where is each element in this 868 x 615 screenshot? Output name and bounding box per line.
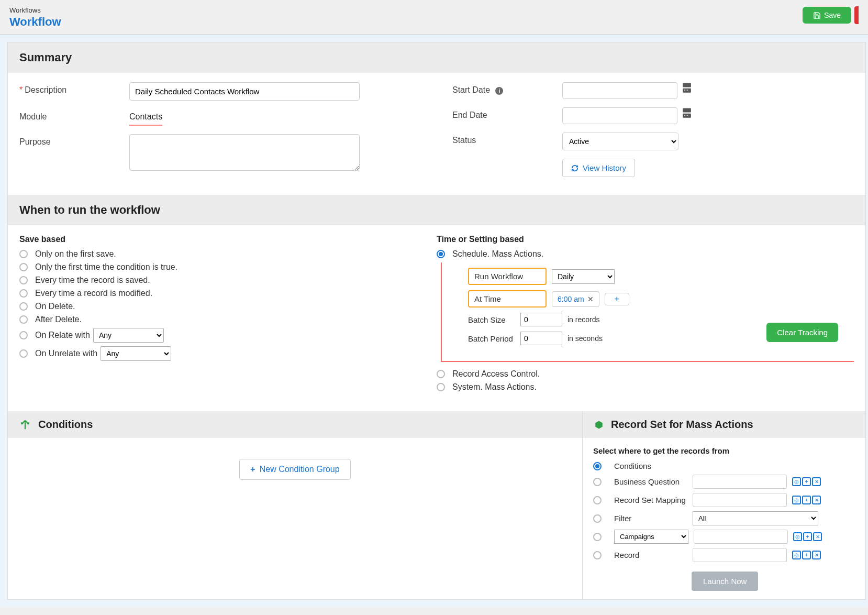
- time-chip[interactable]: 6:00 am ✕: [552, 291, 599, 307]
- svg-rect-4: [687, 90, 688, 91]
- time-chip-label: 6:00 am: [558, 295, 584, 303]
- opt-schedule: Schedule. Mass Actions.: [452, 249, 543, 259]
- radio-every-save[interactable]: [19, 276, 28, 284]
- module-link[interactable]: Contacts: [129, 109, 162, 126]
- rs-radio-mapping[interactable]: [593, 496, 602, 504]
- refresh-icon: [571, 164, 578, 172]
- target-icon[interactable]: ◎: [792, 496, 801, 504]
- calendar-icon[interactable]: [682, 82, 692, 94]
- radio-after-delete[interactable]: [19, 315, 28, 324]
- new-condition-group-button[interactable]: + New Condition Group: [239, 459, 350, 480]
- clear-icon[interactable]: ✕: [813, 532, 822, 541]
- opt-on-unrelate: On Unrelate with: [35, 349, 97, 358]
- batch-period-unit: in seconds: [567, 334, 603, 343]
- add-time-button[interactable]: +: [605, 293, 629, 305]
- opt-on-delete: On Delete.: [35, 302, 75, 311]
- svg-rect-6: [683, 114, 691, 118]
- radio-on-delete[interactable]: [19, 302, 28, 311]
- target-icon[interactable]: ◎: [792, 551, 801, 559]
- batch-size-input[interactable]: [520, 313, 562, 326]
- conditions-icon: [19, 419, 31, 431]
- status-label: Status: [452, 133, 562, 145]
- radio-on-unrelate[interactable]: [19, 349, 28, 358]
- add-icon[interactable]: +: [803, 532, 812, 541]
- page-title: Workflow: [9, 15, 61, 29]
- view-history-button[interactable]: View History: [562, 159, 635, 177]
- rs-radio-campaigns[interactable]: [593, 533, 602, 541]
- start-date-label: Start Date: [452, 85, 490, 94]
- target-icon[interactable]: ◎: [793, 532, 802, 541]
- plus-icon: +: [250, 465, 255, 474]
- summary-heading: Summary: [8, 42, 865, 73]
- calendar-icon[interactable]: [682, 107, 692, 119]
- clear-icon[interactable]: ✕: [812, 496, 821, 504]
- time-based-heading: Time or Setting based: [437, 235, 854, 244]
- on-unrelate-select[interactable]: Any: [101, 346, 171, 361]
- radio-system[interactable]: [437, 383, 445, 391]
- radio-on-relate[interactable]: [19, 331, 28, 339]
- recordset-heading: Record Set for Mass Actions: [611, 419, 753, 431]
- end-date-input[interactable]: [562, 107, 677, 124]
- radio-rac[interactable]: [437, 370, 445, 378]
- purpose-textarea[interactable]: [129, 134, 360, 171]
- svg-rect-9: [687, 115, 688, 116]
- radio-schedule[interactable]: [437, 250, 445, 258]
- svg-marker-10: [595, 421, 603, 429]
- schedule-highlight-zone: Run Workflow Daily At Time 6:00 am ✕ + B…: [441, 262, 854, 362]
- info-icon[interactable]: i: [495, 87, 503, 95]
- rs-radio-conditions[interactable]: [593, 462, 602, 470]
- rs-mapping-input[interactable]: [693, 493, 787, 507]
- end-date-label: End Date: [452, 107, 562, 120]
- run-heading: When to run the workflow: [8, 195, 865, 225]
- new-condition-group-label: New Condition Group: [260, 465, 340, 474]
- description-input[interactable]: [129, 82, 360, 101]
- rs-record-input[interactable]: [693, 548, 787, 562]
- radio-first-cond[interactable]: [19, 263, 28, 271]
- recordset-subheading: Select where to get the records from: [593, 446, 855, 455]
- module-label: Module: [19, 109, 129, 122]
- rs-bq-input[interactable]: [693, 475, 787, 489]
- svg-rect-0: [683, 83, 691, 87]
- rs-radio-record[interactable]: [593, 551, 602, 559]
- opt-after-delete: After Delete.: [35, 315, 82, 324]
- add-icon[interactable]: +: [802, 551, 811, 559]
- radio-every-modify[interactable]: [19, 289, 28, 298]
- rs-radio-filter[interactable]: [593, 514, 602, 523]
- rs-filter-select[interactable]: All: [693, 511, 818, 525]
- clear-icon[interactable]: ✕: [812, 477, 821, 486]
- required-star: *: [19, 85, 23, 94]
- recordset-icon: [594, 420, 604, 430]
- launch-now-button[interactable]: Launch Now: [692, 572, 758, 591]
- save-button[interactable]: Save: [803, 7, 851, 24]
- svg-rect-5: [683, 108, 691, 113]
- opt-on-relate: On Relate with: [35, 331, 90, 340]
- clear-tracking-button[interactable]: Clear Tracking: [766, 323, 838, 342]
- opt-every-save: Every time the record is saved.: [35, 276, 150, 285]
- breadcrumb[interactable]: Workflows: [9, 6, 61, 14]
- rs-record-label: Record: [614, 551, 687, 559]
- radio-first-save[interactable]: [19, 250, 28, 258]
- start-date-input[interactable]: [562, 82, 677, 99]
- conditions-heading: Conditions: [38, 419, 93, 431]
- save-button-label: Save: [824, 11, 841, 19]
- rs-radio-bq[interactable]: [593, 478, 602, 486]
- batch-period-input[interactable]: [520, 332, 562, 345]
- rs-campaigns-input[interactable]: [694, 530, 788, 544]
- rs-campaigns-select[interactable]: Campaigns: [614, 530, 688, 544]
- purpose-label: Purpose: [19, 134, 129, 147]
- frequency-select[interactable]: Daily: [552, 269, 615, 284]
- status-select[interactable]: Active: [562, 133, 678, 150]
- close-icon[interactable]: ✕: [587, 295, 594, 303]
- red-button-partial[interactable]: [854, 6, 859, 24]
- on-relate-select[interactable]: Any: [93, 328, 164, 343]
- opt-every-modify: Every time a record is modified.: [35, 289, 152, 298]
- add-icon[interactable]: +: [802, 496, 811, 504]
- add-icon[interactable]: +: [802, 477, 811, 486]
- rs-filter-label: Filter: [614, 514, 687, 523]
- svg-rect-8: [686, 115, 687, 116]
- batch-size-unit: in records: [567, 315, 599, 324]
- target-icon[interactable]: ◎: [792, 477, 801, 486]
- opt-first-cond: Only the first time the condition is tru…: [35, 262, 177, 272]
- opt-rac: Record Access Control.: [452, 369, 540, 379]
- clear-icon[interactable]: ✕: [812, 551, 821, 559]
